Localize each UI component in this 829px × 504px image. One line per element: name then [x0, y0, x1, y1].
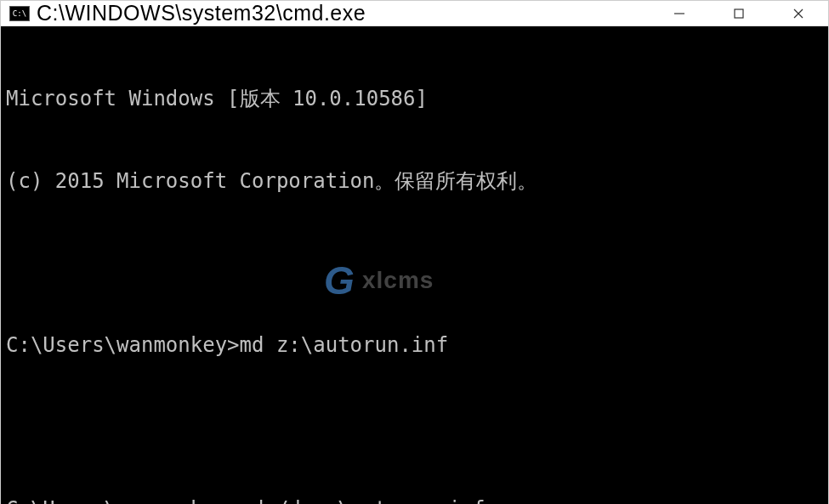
close-button[interactable] [769, 1, 828, 25]
console-line: (c) 2015 Microsoft Corporation。保留所有权利。 [6, 167, 823, 195]
svg-rect-1 [735, 9, 743, 18]
cmd-window: C:\ C:\WINDOWS\system32\cmd.exe Microsof… [0, 0, 829, 504]
maximize-button[interactable] [709, 1, 769, 25]
console-area[interactable]: Microsoft Windows [版本 10.0.10586] (c) 20… [1, 26, 828, 504]
cmd-icon: C:\ [9, 6, 30, 21]
window-controls [650, 1, 828, 25]
window-title: C:\WINDOWS\system32\cmd.exe [37, 1, 650, 25]
console-line: Microsoft Windows [版本 10.0.10586] [6, 85, 823, 112]
console-line [6, 250, 823, 276]
console-line: C:\Users\wanmonkey>cd /d z:\autorun.inf [6, 496, 823, 504]
minimize-button[interactable] [650, 1, 709, 25]
console-line: C:\Users\wanmonkey>md z:\autorun.inf [6, 331, 823, 359]
console-line [6, 414, 823, 440]
titlebar[interactable]: C:\ C:\WINDOWS\system32\cmd.exe [1, 1, 828, 26]
